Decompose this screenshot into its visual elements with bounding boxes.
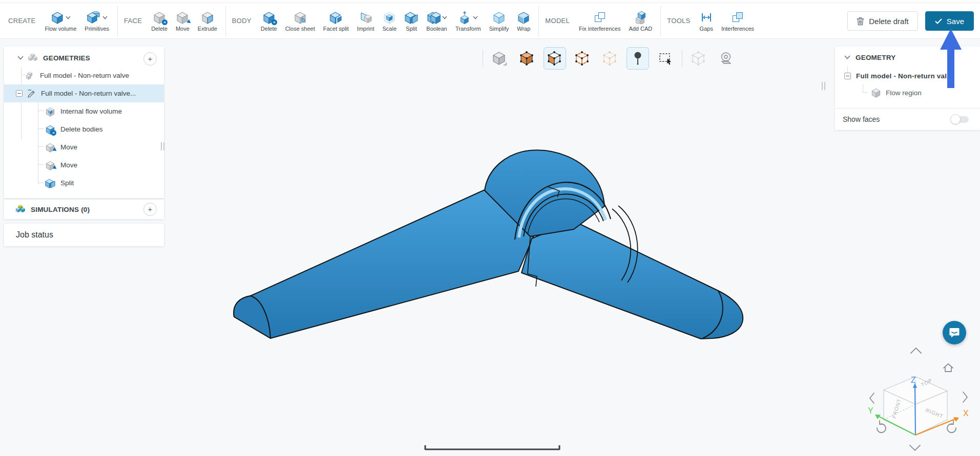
geometries-header: GEOMETRIES — [43, 54, 90, 62]
edge-select-button[interactable] — [571, 47, 594, 70]
chevron-down-icon — [66, 16, 71, 19]
add-cad-icon — [634, 11, 647, 24]
group-select-icon — [691, 50, 707, 67]
z-axis — [915, 387, 915, 435]
face-select-button[interactable] — [544, 47, 566, 70]
section-label-body: BODY — [232, 17, 252, 25]
volume-select-button[interactable] — [488, 47, 511, 70]
face-extrude-icon — [201, 11, 214, 24]
y-axis-label: Y — [868, 406, 873, 415]
box-select-icon — [657, 50, 674, 67]
geometry-header-row[interactable]: GEOMETRY — [835, 49, 980, 66]
split-icon — [405, 11, 418, 24]
toolbar-item-face-move[interactable]: Move — [172, 9, 194, 33]
box-select-button[interactable] — [654, 47, 677, 70]
z-axis-label: Z — [911, 376, 916, 384]
check-icon — [935, 18, 942, 24]
body-select-icon — [519, 50, 535, 67]
geometry-root-row[interactable]: Full model - Non-return val... — [835, 68, 980, 84]
toolbar-divider — [682, 50, 682, 67]
panel-resize-grip[interactable] — [161, 142, 164, 150]
geometries-header-row[interactable]: GEOMETRIES + — [4, 49, 164, 67]
pan-right-arrow[interactable] — [963, 392, 967, 402]
toolbar-item-imprint[interactable]: Imprint — [353, 9, 379, 33]
pan-up-arrow[interactable] — [911, 348, 921, 353]
add-geometry-button[interactable]: + — [143, 52, 157, 66]
toolbar-section-tools: TOOLS Gaps Interferences — [665, 9, 758, 33]
internal-flow-volume-icon — [45, 106, 55, 117]
fix-interferences-icon — [594, 11, 606, 24]
tree-row-full-model-2-selected[interactable]: Full model - Non-return valve... — [4, 84, 164, 102]
pick-point-button[interactable] — [627, 47, 649, 70]
tree-row-delete-bodies[interactable]: × Delete bodies — [4, 120, 164, 138]
measure-icon — [718, 50, 735, 67]
tree-row-internal-flow-volume[interactable]: Internal flow volume — [4, 102, 164, 120]
toolbar-item-facet-split[interactable]: Facet split — [319, 9, 353, 33]
simulations-panel[interactable]: SIMULATIONS (0) + — [4, 200, 164, 219]
add-simulation-button[interactable]: + — [143, 203, 157, 216]
geometry-panel: GEOMETRY Full model - Non-return val... … — [835, 47, 980, 130]
toolbar-item-flow-volume[interactable]: Flow volume — [41, 9, 81, 33]
chat-support-button[interactable] — [943, 321, 966, 344]
chevron-down-icon — [473, 16, 478, 19]
toolbar-item-close-sheet[interactable]: Close sheet — [281, 9, 319, 33]
save-button[interactable]: Save — [925, 11, 974, 31]
toolbar-item-fix-interferences[interactable]: Fix interferences — [575, 9, 624, 33]
pick-point-icon — [630, 50, 646, 67]
toolbar-item-face-extrude[interactable]: Extrude — [194, 9, 221, 33]
tree-row-full-model-1[interactable]: Full model - Non-return valve — [4, 67, 164, 84]
toolbar-item-face-delete[interactable]: × Delete — [147, 9, 172, 33]
geometries-panel: GEOMETRIES + Full model - Non-return val… — [4, 47, 164, 198]
edit-pencil-icon — [27, 89, 36, 98]
flow-region-row[interactable]: Flow region — [835, 84, 980, 101]
group-select-button[interactable] — [687, 47, 710, 70]
toolbar-item-simplify[interactable]: Simplify — [485, 9, 513, 33]
chevron-down-icon — [442, 16, 447, 19]
trash-icon — [857, 17, 864, 26]
rotate-ccw-icon[interactable] — [877, 421, 886, 432]
vertex-select-button[interactable] — [599, 47, 621, 70]
measure-button[interactable] — [715, 47, 738, 70]
rotate-cw-icon[interactable] — [947, 421, 956, 432]
toolbar-item-primitives[interactable]: Primitives — [80, 9, 113, 33]
home-view-icon[interactable] — [944, 364, 953, 372]
toolbar-item-interferences[interactable]: Interferences — [717, 9, 758, 33]
toolbar-item-scale[interactable]: Scale — [378, 9, 401, 33]
tree-row-split[interactable]: Split — [4, 174, 164, 192]
volume-select-icon — [491, 50, 508, 67]
job-status-panel[interactable]: Job status — [4, 224, 164, 246]
toolbar-divider — [483, 50, 483, 67]
show-faces-toggle[interactable] — [952, 116, 969, 123]
pan-left-arrow[interactable] — [870, 393, 874, 403]
panel-resize-grip[interactable] — [822, 82, 825, 90]
tree-row-move-1[interactable]: Move — [4, 138, 164, 156]
pan-down-arrow[interactable] — [910, 445, 920, 450]
boolean-icon — [426, 11, 441, 24]
split-icon — [45, 178, 55, 188]
collapse-icon[interactable] — [16, 90, 23, 97]
toolbar-item-gaps[interactable]: Gaps — [696, 9, 717, 33]
toolbar-section-body: BODY × Delete Close sheet Facet split Im… — [230, 9, 535, 33]
top-toolbar: CREATE Flow volume Primitives FACE × Del… — [0, 3, 980, 39]
toolbar-item-body-delete[interactable]: × Delete — [257, 9, 281, 33]
toolbar-item-boolean[interactable]: Boolean — [422, 9, 451, 33]
primitives-icon — [87, 11, 101, 24]
show-faces-row: Show faces — [835, 108, 980, 130]
toolbar-item-split[interactable]: Split — [401, 9, 422, 33]
section-label-model: MODEL — [545, 17, 570, 25]
body-select-button[interactable] — [516, 47, 538, 70]
geometry-root-label: Full model - Non-return val... — [856, 72, 953, 80]
toolbar-item-wrap[interactable]: Wrap — [513, 9, 534, 33]
tree-row-move-2[interactable]: Move — [4, 156, 164, 174]
show-faces-label: Show faces — [843, 115, 880, 123]
toolbar-item-transform[interactable]: Transform — [451, 9, 485, 33]
collapse-icon[interactable] — [844, 73, 851, 79]
chat-bubble-icon — [949, 327, 960, 338]
flow-volume-icon — [51, 11, 64, 24]
flow-region-label: Flow region — [886, 89, 922, 97]
toolbar-divider — [225, 6, 226, 36]
toolbar-item-add-cad[interactable]: Add CAD — [624, 9, 656, 33]
geometries-icon — [28, 53, 39, 63]
scale-bar — [424, 444, 560, 451]
delete-draft-button[interactable]: Delete draft — [847, 11, 918, 31]
